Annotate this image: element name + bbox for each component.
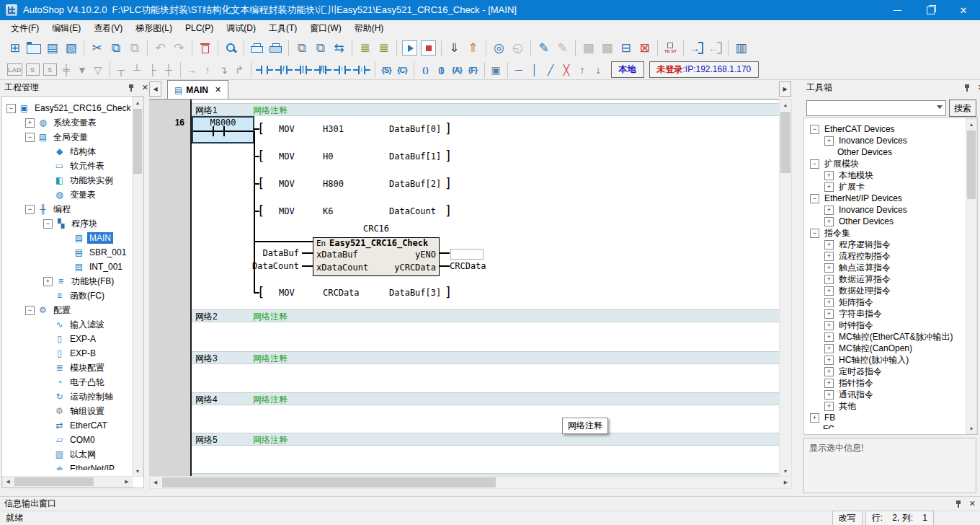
scroll-thumb[interactable] (133, 109, 142, 174)
network-comment[interactable]: 网络注释 (253, 311, 288, 323)
toolbox-tree-item[interactable]: +数据处理指令 (804, 285, 966, 296)
instruction-operand[interactable]: H0 (323, 151, 333, 162)
device-view-icon[interactable]: ▥ (732, 39, 750, 57)
paste-icon[interactable]: ⧉ (125, 39, 143, 57)
menu-item[interactable]: 编辑(E) (45, 20, 87, 37)
scroll-thumb[interactable] (162, 477, 496, 488)
pin-icon[interactable] (964, 84, 971, 92)
instruction-row[interactable]: [MOVH0DataBuf[1]] (149, 151, 779, 164)
fb-dialog-icon[interactable]: ▣ (489, 62, 504, 77)
project-tree-item[interactable]: ▤SBR_001 (2, 245, 133, 260)
scroll-right-icon[interactable]: ▶ (780, 477, 791, 488)
branch-open-icon[interactable]: ┬ (114, 62, 129, 77)
project-tree-item[interactable]: ∿输入滤波 (2, 317, 133, 332)
local-mode-button[interactable]: 本地 (611, 61, 644, 78)
expand-icon[interactable]: + (824, 390, 834, 400)
project-tree-item[interactable]: ▱COM0 (2, 433, 133, 447)
project-tree-item[interactable]: −▣Easy521_CRC16_Check (2, 101, 133, 115)
collapse-icon[interactable]: − (810, 159, 819, 169)
branch-close-icon[interactable]: ┴ (130, 62, 145, 77)
collapse-icon[interactable]: − (6, 104, 16, 113)
project-tree-item[interactable]: ◧功能块实例 (2, 173, 133, 188)
copy-icon[interactable]: ⧉ (107, 39, 125, 57)
tab-scroll-right-icon[interactable]: ▶ (779, 81, 791, 97)
expand-icon[interactable]: + (824, 332, 834, 342)
network-header[interactable]: 网络5网络注释 (192, 433, 779, 446)
toolbox-tree-item[interactable]: +定时器指令 (804, 366, 966, 377)
expand-icon[interactable]: + (824, 206, 834, 215)
menu-item[interactable]: 查看(V) (87, 20, 129, 37)
expand-icon[interactable]: + (824, 252, 834, 261)
collapse-icon[interactable]: − (43, 219, 53, 229)
toolbox-tree-item[interactable]: +Inovance Devices (804, 204, 966, 216)
contact-falling-icon[interactable]: ↓ (353, 63, 370, 76)
network-header[interactable]: 网络2网络注释 (192, 309, 779, 322)
instruction-operand[interactable]: DataBuf[1] (389, 151, 441, 162)
monitor-mode-icon[interactable]: ◎ (490, 39, 508, 57)
hline-icon[interactable]: ─ (512, 62, 527, 77)
branch-left-icon[interactable]: ├ (146, 62, 161, 77)
network-comment[interactable]: 网络注释 (253, 105, 288, 117)
toolbox-tree-item[interactable]: +FB (804, 412, 966, 423)
collapse-icon[interactable]: − (810, 229, 819, 238)
scroll-up-icon[interactable]: ▲ (780, 100, 791, 110)
edit-program-icon[interactable]: ✎ (553, 39, 571, 57)
login-status-button[interactable]: 未登录:IP:192.168.1.170 (649, 61, 760, 78)
project-tree-item[interactable]: ⇄EtherCAT (2, 418, 133, 433)
chevron-down-icon[interactable] (937, 105, 943, 109)
toolbox-tree-item[interactable]: FC (804, 423, 966, 429)
save-all-icon[interactable]: ▧ (62, 39, 80, 57)
find-icon[interactable] (222, 39, 240, 57)
io-mapping-icon[interactable]: ⇆ (330, 39, 348, 57)
instruction-operand[interactable]: H301 (323, 124, 344, 134)
toolbox-tree-item[interactable]: +扩展卡 (804, 181, 966, 193)
project-tree-item[interactable]: ▤INT_001 (2, 260, 133, 274)
contact-parallel-closed-icon[interactable]: /| (314, 63, 331, 76)
expand-icon[interactable]: + (824, 136, 834, 146)
collapse-icon[interactable]: − (25, 306, 35, 315)
instruction-row[interactable]: [MOVH800DataBuf[2]] (149, 178, 779, 191)
instruction-row[interactable]: [MOVCRCDataDataBuf[3]] (149, 287, 779, 300)
contact-parallel-open-icon[interactable]: | (295, 63, 312, 76)
expand-icon[interactable]: + (824, 309, 834, 319)
instruction-operand[interactable]: K6 (323, 206, 333, 216)
expand-icon[interactable]: + (824, 263, 834, 273)
sfc-step-icon[interactable]: S (26, 63, 40, 76)
logout-icon[interactable] (706, 39, 724, 57)
fb-output-operand-empty[interactable] (450, 249, 484, 260)
instruction-operand[interactable]: DataBuf[3] (389, 288, 441, 298)
print-preview-icon[interactable] (248, 39, 266, 57)
collapse-icon[interactable]: − (25, 205, 35, 214)
new-window-icon[interactable]: ⧉ (293, 39, 311, 57)
insert-divider-icon[interactable]: ╪ (59, 62, 74, 77)
app-instruction-icon[interactable]: {A} (450, 62, 465, 77)
scroll-thumb[interactable] (967, 131, 976, 199)
project-tree-item[interactable]: ≡函数(FC) (2, 288, 133, 303)
editor-hscrollbar[interactable]: ◀ ▶ (149, 476, 792, 489)
line-corner-up-icon[interactable]: ↱ (232, 62, 247, 77)
toolbox-tree-item[interactable]: +本地模块 (804, 169, 966, 181)
instruction-operand[interactable]: H800 (323, 179, 344, 189)
project-tree-item[interactable]: +≡功能块(FB) (2, 274, 133, 288)
expand-icon[interactable]: + (824, 402, 834, 411)
scroll-down-icon[interactable]: ▼ (966, 423, 976, 433)
project-tree-item[interactable]: −⚙配置 (2, 303, 133, 317)
fb-input-operand[interactable]: DataCount (221, 261, 299, 271)
insert-row-icon[interactable]: ⊟ (617, 39, 635, 57)
save-icon[interactable]: ▤ (43, 39, 61, 57)
expand-icon[interactable]: + (43, 277, 53, 286)
open-project-icon[interactable] (24, 39, 43, 57)
project-tree-item[interactable]: −╫编程 (2, 202, 133, 216)
project-tree-item[interactable]: ◆结构体 (2, 144, 133, 159)
expand-icon[interactable]: + (25, 118, 35, 128)
counter-coil-icon[interactable]: {C} (395, 62, 410, 77)
test-mode-icon[interactable] (662, 39, 680, 57)
network-header[interactable]: 网络4网络注释 (192, 392, 779, 405)
toolbox-tree-item[interactable]: +指针指令 (804, 377, 966, 389)
toolbox-tree-item[interactable]: −扩展模块 (804, 158, 966, 169)
project-tree-vscrollbar[interactable]: ▲ ▼ (132, 97, 143, 477)
write-program-icon[interactable]: ✎ (535, 39, 553, 57)
expand-icon[interactable]: + (824, 367, 834, 376)
delete-cross-icon[interactable]: ╳ (559, 62, 574, 77)
project-tree-item[interactable]: ▯EXP-B (2, 346, 133, 361)
